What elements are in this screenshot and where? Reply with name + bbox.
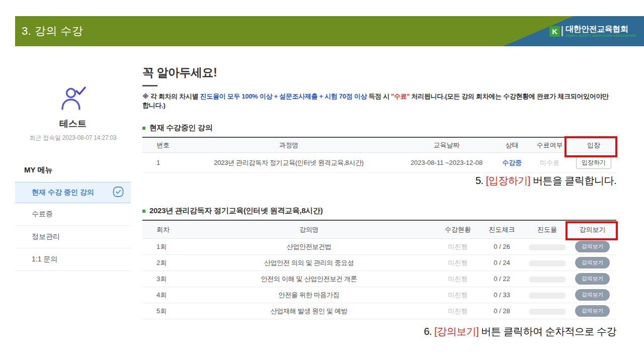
table-header-row: 회차 강의명 수강현황 진도체크 진도율 강의보기 [142, 221, 616, 239]
lecture-session: 2회 [142, 258, 180, 267]
sidebar-item-label: 정보관리 [32, 232, 60, 241]
progress-bar [529, 309, 566, 315]
user-name: 테스트 [15, 118, 131, 130]
sidebar-item-inquiry[interactable]: 1:1 문의 [15, 248, 131, 271]
logo-divider [561, 26, 563, 36]
green-square-icon [142, 127, 145, 130]
sidebar-item-current-courses[interactable]: 현재 수강 중인 강의 [15, 182, 131, 203]
sidebar-item-label: 1:1 문의 [32, 255, 57, 264]
view-lecture-button[interactable]: 강의보기 [575, 241, 610, 252]
step6-number: 6. [424, 326, 434, 337]
annotation-step6: 6. [강의보기] 버튼 클릭하여 순차적으로 수강 [424, 325, 616, 338]
course-status: 수강중 [496, 158, 528, 167]
lecture-name: 산업재해 발생 원인 및 예방 [180, 307, 438, 316]
notice-text: ※ 각 회차의 차시별 진도율이 모두 100% 이상 + 설문조사제출 + 시… [142, 92, 616, 110]
progress-bar [529, 260, 566, 266]
lecture-progress-check: 0 / 33 [478, 291, 526, 299]
step5-red-label: [입장하기] [486, 175, 530, 186]
notice-heading: 꼭 알아두세요! [142, 63, 616, 79]
progress-bar [529, 244, 566, 250]
lecture-name: 안전을 위한 마음가짐 [180, 291, 438, 300]
lecture-row: 5회 산업재해 발생 원인 및 예방 미진행 0 / 28 강의보기 [142, 303, 616, 319]
section-title-label: 2023년 관리감독자 정기교육(인터넷 원격교육,8시간) [149, 206, 323, 216]
check-circle-icon [113, 187, 124, 199]
col-header-progress-rate: 진도율 [526, 225, 569, 234]
lecture-name: 안전의 이해 및 산업안전보건 개론 [180, 275, 438, 284]
section-current-courses-title: 현재 수강중인 강의 [142, 123, 616, 133]
step6-text: 버튼 클릭하여 순차적으로 수강 [478, 326, 616, 337]
col-header-progress-check: 진도체크 [478, 225, 526, 234]
course-no: 1 [142, 159, 180, 166]
col-header-status: 수강현황 [438, 225, 478, 234]
lecture-row: 1회 산업안전보건법 미진행 0 / 26 강의보기 [142, 239, 616, 255]
course-dates: 2023-08-11 ~2023-12-08 [397, 159, 496, 166]
sidebar-menu: 현재 수강 중인 강의 수료증 정보관리 1:1 문의 [15, 182, 131, 271]
org-logo: K 대한안전교육협회 KOREA SAFETY EDUCATION ASSOCI… [549, 16, 636, 46]
org-subtitle: KOREA SAFETY EDUCATION ASSOCIATION [566, 34, 636, 37]
last-access-date: 최근 접속일 2023-08-07 14:27:03 [15, 134, 131, 142]
enter-button[interactable]: 입장하기 [576, 156, 611, 169]
lecture-session: 4회 [142, 291, 180, 300]
lecture-progress-check: 0 / 26 [478, 243, 526, 250]
lecture-row: 4회 안전을 위한 마음가짐 미진행 0 / 33 강의보기 [142, 287, 616, 303]
col-header-status: 상태 [496, 141, 528, 150]
lecture-status: 미진행 [438, 242, 478, 251]
lecture-progress-check: 0 / 24 [478, 259, 526, 266]
main-content: 꼭 알아두세요! ※ 각 회차의 차시별 진도율이 모두 100% 이상 + 설… [142, 63, 616, 319]
notice-blue-text: 진도율이 모두 100% 이상 + 설문조사제출 + 시험 70점 이상 [200, 93, 367, 100]
lecture-name: 산업안전 의의 및 관리의 중요성 [180, 258, 438, 267]
table-row: 1 2023년 관리감독자 정기교육(인터넷 원격교육,8시간) 2023-08… [142, 153, 616, 173]
user-profile: 테스트 최근 접속일 2023-08-07 14:27:03 [15, 85, 131, 142]
sidebar: 테스트 최근 접속일 2023-08-07 14:27:03 MY 메뉴 현재 … [15, 85, 131, 271]
annotation-box-enter-button [565, 136, 617, 157]
view-lecture-button[interactable]: 강의보기 [575, 257, 610, 268]
notice-prefix: ※ 각 회차의 차시별 [142, 93, 200, 100]
logo-k-icon: K [549, 26, 560, 37]
view-lecture-button[interactable]: 강의보기 [575, 305, 610, 317]
col-header-dates: 교육날짜 [397, 141, 496, 150]
step5-number: 5. [475, 175, 486, 186]
lecture-status: 미진행 [438, 258, 478, 267]
lecture-status: 미진행 [438, 307, 478, 316]
heading-underline [142, 85, 157, 86]
current-courses-table: 번호 과정명 교육날짜 상태 수료여부 입장 1 2023년 관리감독자 정기교… [142, 137, 616, 173]
lecture-status: 미진행 [438, 291, 478, 300]
section-lectures-title: 2023년 관리감독자 정기교육(인터넷 원격교육,8시간) [142, 206, 616, 216]
lecture-session: 1회 [142, 242, 180, 251]
my-menu-title: MY 메뉴 [15, 165, 131, 175]
lecture-status: 미진행 [438, 275, 478, 284]
org-name: 대한안전교육협회 [566, 25, 636, 33]
sidebar-item-label: 수료증 [32, 210, 53, 219]
progress-bar [529, 277, 566, 283]
annotation-step5: 5. [입장하기] 버튼을 클릭합니다. [475, 174, 616, 188]
sidebar-item-certificates[interactable]: 수료증 [15, 203, 131, 226]
page-header-bar: 3. 강의 수강 K 대한안전교육협회 KOREA SAFETY EDUCATI… [15, 16, 644, 46]
col-header-session: 회차 [142, 225, 180, 234]
lecture-session: 5회 [142, 307, 180, 316]
lectures-table: 회차 강의명 수강현황 진도체크 진도율 강의보기 1회 산업안전보건법 미진행… [142, 220, 616, 319]
lecture-row: 2회 산업안전 의의 및 관리의 중요성 미진행 0 / 24 강의보기 [142, 255, 616, 271]
view-lecture-button[interactable]: 강의보기 [575, 289, 610, 301]
lecture-row: 3회 안전의 이해 및 산업안전보건 개론 미진행 0 / 22 강의보기 [142, 271, 616, 287]
section-title-label: 현재 수강중인 강의 [149, 123, 212, 133]
course-name: 2023년 관리감독자 정기교육(인터넷 원격교육,8시간) [180, 158, 397, 167]
annotation-box-view-button [566, 221, 618, 240]
notice-red-text: "수료" [391, 93, 410, 100]
progress-bar [529, 293, 566, 299]
col-header-no: 번호 [142, 141, 180, 150]
col-header-course: 과정명 [180, 141, 397, 150]
sidebar-item-account-info[interactable]: 정보관리 [15, 226, 131, 248]
course-completion: 미수료 [528, 158, 571, 167]
lecture-progress-check: 0 / 28 [478, 307, 526, 315]
col-header-lecture: 강의명 [180, 225, 438, 234]
step5-text: 버튼을 클릭합니다. [530, 175, 616, 186]
sidebar-item-label: 현재 수강 중인 강의 [32, 188, 94, 197]
lecture-name: 산업안전보건법 [180, 242, 438, 251]
lecture-session: 3회 [142, 275, 180, 284]
page-title: 3. 강의 수강 [22, 16, 84, 46]
user-check-icon [59, 85, 87, 113]
view-lecture-button[interactable]: 강의보기 [575, 273, 610, 285]
table-header-row: 번호 과정명 교육날짜 상태 수료여부 입장 [142, 138, 616, 153]
notice-mid: 득점 시 [367, 93, 391, 100]
green-square-icon [142, 210, 145, 213]
